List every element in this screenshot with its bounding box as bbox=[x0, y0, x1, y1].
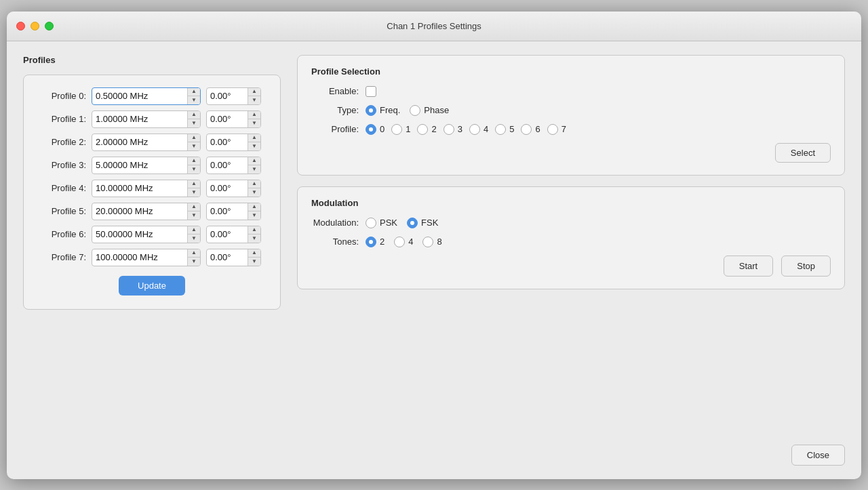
profile-7-freq-up[interactable]: ▲ bbox=[188, 249, 200, 258]
profile-radio-7[interactable]: 7 bbox=[547, 124, 566, 135]
profile-3-freq-spinner: ▲ ▼ bbox=[187, 157, 200, 173]
profile-0-phase-up[interactable]: ▲ bbox=[248, 88, 260, 96]
profile-5-freq-wrap: ▲ ▼ bbox=[92, 203, 201, 220]
profile-radio-6-button[interactable] bbox=[521, 124, 532, 135]
profile-1-phase-spinner: ▲ ▼ bbox=[248, 111, 260, 127]
profile-7-freq-down[interactable]: ▼ bbox=[188, 258, 200, 266]
minimize-window-button[interactable] bbox=[31, 22, 39, 30]
profile-1-phase-down[interactable]: ▼ bbox=[248, 119, 260, 127]
profile-7-freq-input[interactable] bbox=[92, 250, 187, 264]
modulation-fsk-radio[interactable]: FSK bbox=[407, 218, 438, 228]
profile-radio-1[interactable]: 1 bbox=[391, 124, 410, 135]
profile-6-phase-input[interactable] bbox=[207, 227, 248, 241]
profile-radio-2[interactable]: 2 bbox=[417, 124, 436, 135]
profile-5-phase-up[interactable]: ▲ bbox=[248, 203, 260, 211]
profile-radio-0[interactable]: 0 bbox=[366, 124, 384, 135]
profile-1-phase-up[interactable]: ▲ bbox=[248, 111, 260, 119]
profile-radio-7-label: 7 bbox=[561, 124, 566, 134]
start-button[interactable]: Start bbox=[724, 256, 773, 277]
profile-2-phase-up[interactable]: ▲ bbox=[248, 134, 260, 142]
profile-3-freq-up[interactable]: ▲ bbox=[188, 157, 200, 165]
profile-6-freq-down[interactable]: ▼ bbox=[188, 234, 200, 243]
profile-4-freq-down[interactable]: ▼ bbox=[188, 188, 200, 197]
profile-radio-6[interactable]: 6 bbox=[521, 124, 540, 135]
profile-4-phase-up[interactable]: ▲ bbox=[248, 180, 260, 188]
profile-0-freq-down[interactable]: ▼ bbox=[188, 96, 200, 104]
tones-4-radio[interactable]: 4 bbox=[394, 237, 413, 247]
tones-2-radio[interactable]: 2 bbox=[366, 237, 384, 247]
profile-radio-4-button[interactable] bbox=[469, 124, 480, 135]
profile-5-freq-up[interactable]: ▲ bbox=[188, 203, 200, 211]
profile-4-phase-down[interactable]: ▼ bbox=[248, 188, 260, 197]
profile-6-phase-up[interactable]: ▲ bbox=[248, 226, 260, 234]
profile-3-freq-input[interactable] bbox=[92, 158, 187, 172]
profile-3-phase-input[interactable] bbox=[207, 158, 248, 172]
profile-radio-4[interactable]: 4 bbox=[469, 124, 488, 135]
profile-radio-1-button[interactable] bbox=[391, 124, 402, 135]
profile-2-freq-input[interactable] bbox=[92, 135, 187, 149]
profile-5-freq-down[interactable]: ▼ bbox=[188, 211, 200, 220]
profile-radio-2-button[interactable] bbox=[417, 124, 428, 135]
profile-4-freq-wrap: ▲ ▼ bbox=[92, 180, 201, 197]
profile-3-phase-up[interactable]: ▲ bbox=[248, 157, 260, 165]
tones-4-radio-button[interactable] bbox=[394, 237, 405, 247]
type-freq-radio[interactable]: Freq. bbox=[366, 105, 400, 116]
profile-5-phase-input[interactable] bbox=[207, 204, 248, 218]
profile-7-phase-spinner: ▲ ▼ bbox=[248, 249, 260, 266]
type-freq-label: Freq. bbox=[380, 105, 400, 115]
profile-3-phase-spinner: ▲ ▼ bbox=[248, 157, 260, 173]
enable-checkbox[interactable] bbox=[366, 86, 376, 97]
profile-radio-0-button[interactable] bbox=[366, 124, 376, 135]
profile-2-phase-down[interactable]: ▼ bbox=[248, 142, 260, 150]
type-freq-radio-button[interactable] bbox=[366, 105, 376, 116]
modulation-box: Modulation Modulation: PSK FSK bbox=[297, 186, 845, 289]
profile-0-phase-down[interactable]: ▼ bbox=[248, 96, 260, 104]
profile-7-phase-down[interactable]: ▼ bbox=[248, 258, 260, 266]
profile-2-freq-down[interactable]: ▼ bbox=[188, 142, 200, 150]
close-button[interactable]: Close bbox=[791, 445, 845, 466]
profile-6-freq-input[interactable] bbox=[92, 227, 187, 241]
profile-0-phase-input[interactable] bbox=[207, 89, 248, 103]
profile-3-phase-down[interactable]: ▼ bbox=[248, 165, 260, 173]
profile-4-freq-up[interactable]: ▲ bbox=[188, 180, 200, 188]
modulation-fsk-radio-button[interactable] bbox=[407, 218, 418, 228]
profile-2-freq-up[interactable]: ▲ bbox=[188, 134, 200, 142]
profile-0-freq-input[interactable] bbox=[92, 89, 187, 103]
profile-4-freq-spinner: ▲ ▼ bbox=[187, 180, 200, 197]
close-window-button[interactable] bbox=[16, 22, 25, 30]
tones-8-radio[interactable]: 8 bbox=[422, 237, 441, 247]
profile-2-phase-input[interactable] bbox=[207, 135, 248, 149]
type-phase-radio-button[interactable] bbox=[410, 105, 420, 116]
maximize-window-button[interactable] bbox=[45, 22, 54, 30]
profile-1-freq-input[interactable] bbox=[92, 112, 187, 126]
tones-2-radio-button[interactable] bbox=[366, 237, 376, 247]
profile-1-freq-down[interactable]: ▼ bbox=[188, 119, 200, 127]
modulation-psk-radio-button[interactable] bbox=[366, 218, 376, 228]
profile-5-freq-input[interactable] bbox=[92, 204, 187, 218]
profile-radio-3-button[interactable] bbox=[443, 124, 454, 135]
profile-5-label: Profile 5: bbox=[37, 206, 86, 216]
profile-0-freq-up[interactable]: ▲ bbox=[188, 88, 200, 96]
select-button[interactable]: Select bbox=[775, 143, 831, 163]
profile-1-freq-up[interactable]: ▲ bbox=[188, 111, 200, 119]
modulation-psk-radio[interactable]: PSK bbox=[366, 218, 397, 228]
profile-radio-5[interactable]: 5 bbox=[495, 124, 514, 135]
profile-6-phase-down[interactable]: ▼ bbox=[248, 234, 260, 243]
profile-5-phase-down[interactable]: ▼ bbox=[248, 211, 260, 220]
profile-6-freq-up[interactable]: ▲ bbox=[188, 226, 200, 234]
tones-8-radio-button[interactable] bbox=[422, 237, 433, 247]
type-phase-radio[interactable]: Phase bbox=[410, 105, 449, 116]
profile-7-phase-up[interactable]: ▲ bbox=[248, 249, 260, 258]
profile-4-phase-input[interactable] bbox=[207, 181, 248, 195]
profile-3-freq-down[interactable]: ▼ bbox=[188, 165, 200, 173]
profile-7-phase-input[interactable] bbox=[207, 250, 248, 264]
profile-1-phase-input[interactable] bbox=[207, 112, 248, 126]
profile-4-freq-input[interactable] bbox=[92, 181, 187, 195]
profile-1-phase-wrap: ▲ ▼ bbox=[206, 110, 261, 128]
profile-radio-5-button[interactable] bbox=[495, 124, 506, 135]
main-area: Profiles Profile 0: ▲ ▼ bbox=[23, 55, 845, 436]
stop-button[interactable]: Stop bbox=[781, 256, 831, 277]
profile-radio-7-button[interactable] bbox=[547, 124, 558, 135]
profile-radio-3[interactable]: 3 bbox=[443, 124, 462, 135]
update-button[interactable]: Update bbox=[119, 276, 185, 295]
